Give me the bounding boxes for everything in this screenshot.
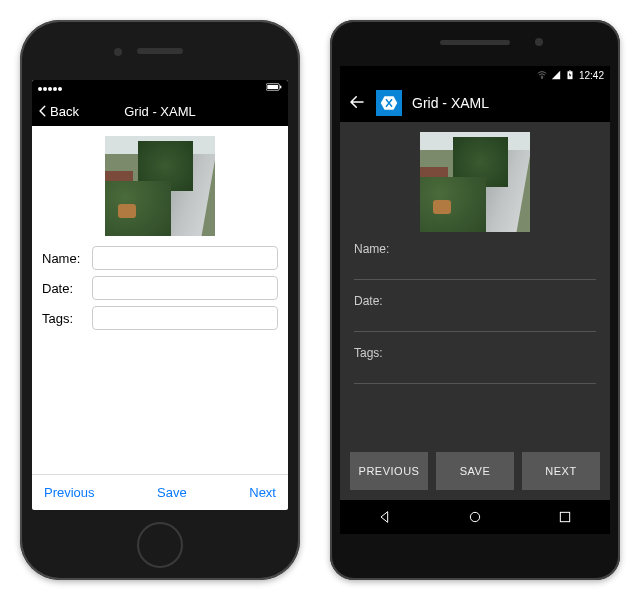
android-app-bar: Grid - XAML	[340, 84, 610, 122]
photo-thumbnail	[420, 132, 530, 232]
nav-back-icon[interactable]	[377, 509, 393, 525]
form-row-name: Name:	[42, 246, 278, 270]
android-speaker	[440, 40, 510, 45]
image-container	[42, 132, 278, 246]
svg-point-3	[541, 77, 542, 78]
status-time: 12:42	[579, 70, 604, 81]
name-input[interactable]	[92, 246, 278, 270]
svg-rect-1	[267, 85, 278, 89]
svg-point-7	[470, 512, 479, 521]
signal-dots-icon	[38, 83, 63, 93]
save-button[interactable]: SAVE	[436, 452, 514, 490]
svg-rect-8	[560, 512, 569, 521]
date-input[interactable]	[354, 312, 596, 332]
image-container	[354, 128, 596, 242]
iphone-camera	[114, 48, 122, 56]
iphone-speaker	[137, 48, 183, 54]
form-row-date: Date:	[354, 294, 596, 332]
tags-input[interactable]	[354, 364, 596, 384]
signal-icon	[551, 70, 561, 80]
photo-thumbnail	[105, 136, 215, 236]
ios-nav-bar: Back Grid - XAML	[32, 96, 288, 126]
android-device-frame: 12:42 Grid - XAML Name:	[330, 20, 620, 580]
previous-button[interactable]: PREVIOUS	[350, 452, 428, 490]
date-label: Date:	[42, 281, 92, 296]
back-button[interactable]	[348, 93, 366, 114]
next-button[interactable]: Next	[249, 485, 276, 500]
nav-home-icon[interactable]	[467, 509, 483, 525]
iphone-device-frame: Back Grid - XAML Name: Date:	[20, 20, 300, 580]
wifi-icon	[537, 70, 547, 80]
date-label: Date:	[354, 294, 596, 308]
android-screen: 12:42 Grid - XAML Name:	[340, 66, 610, 534]
android-status-bar: 12:42	[340, 66, 610, 84]
name-label: Name:	[42, 251, 92, 266]
tags-label: Tags:	[42, 311, 92, 326]
next-button[interactable]: NEXT	[522, 452, 600, 490]
tags-input[interactable]	[92, 306, 278, 330]
form-row-name: Name:	[354, 242, 596, 280]
back-button[interactable]: Back	[32, 104, 79, 119]
name-label: Name:	[354, 242, 596, 256]
android-bottom-toolbar: PREVIOUS SAVE NEXT	[340, 452, 610, 500]
ios-bottom-toolbar: Previous Save Next	[32, 474, 288, 510]
svg-rect-5	[569, 70, 571, 71]
battery-charging-icon	[565, 70, 575, 80]
iphone-screen: Back Grid - XAML Name: Date:	[32, 80, 288, 510]
battery-icon	[266, 83, 282, 93]
date-input[interactable]	[92, 276, 278, 300]
nav-recent-icon[interactable]	[557, 509, 573, 525]
tags-label: Tags:	[354, 346, 596, 360]
name-input[interactable]	[354, 260, 596, 280]
back-label: Back	[50, 104, 79, 119]
previous-button[interactable]: Previous	[44, 485, 95, 500]
ios-content: Name: Date: Tags:	[32, 126, 288, 474]
arrow-left-icon	[348, 93, 366, 111]
android-camera	[535, 38, 543, 46]
page-title: Grid - XAML	[412, 95, 489, 111]
form-row-date: Date:	[42, 276, 278, 300]
save-button[interactable]: Save	[157, 485, 187, 500]
android-nav-bar	[340, 500, 610, 534]
svg-rect-2	[280, 86, 281, 89]
chevron-left-icon	[36, 104, 50, 118]
xamarin-logo-icon	[376, 90, 402, 116]
form-row-tags: Tags:	[354, 346, 596, 384]
ios-status-bar	[32, 80, 288, 96]
android-content: Name: Date: Tags:	[340, 122, 610, 452]
iphone-home-button[interactable]	[137, 522, 183, 568]
form-row-tags: Tags:	[42, 306, 278, 330]
